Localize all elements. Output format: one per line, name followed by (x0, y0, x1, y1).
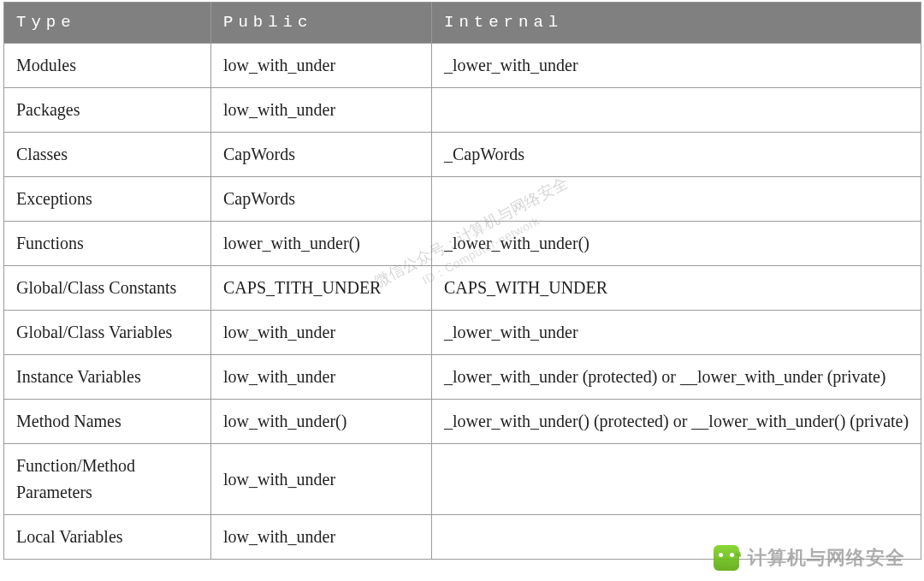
table-row: Classes CapWords _CapWords (4, 133, 921, 177)
cell-public: low_with_under (211, 355, 432, 400)
cell-public: CAPS_TITH_UNDER (211, 266, 432, 311)
cell-internal: _lower_with_under (432, 44, 921, 88)
cell-internal (432, 444, 921, 515)
cell-type: Global/Class Variables (4, 311, 211, 355)
cell-type: Local Variables (4, 515, 211, 560)
cell-internal: _lower_with_under (protected) or __lower… (432, 355, 921, 400)
cell-public: low_with_under() (211, 400, 432, 444)
col-header-public: Public (211, 3, 432, 44)
table-row: Exceptions CapWords (4, 177, 921, 222)
cell-public: low_with_under (211, 44, 432, 88)
table-header: Type Public Internal (4, 3, 921, 44)
cell-type: Exceptions (4, 177, 211, 222)
naming-conventions-table: Type Public Internal Modules low_with_un… (3, 2, 921, 560)
cell-type: Method Names (4, 400, 211, 444)
cell-type: Modules (4, 44, 211, 88)
col-header-internal: Internal (432, 3, 921, 44)
cell-internal (432, 88, 921, 133)
table-row: Global/Class Variables low_with_under _l… (4, 311, 921, 355)
cell-public: lower_with_under() (211, 222, 432, 266)
cell-type: Function/Method Parameters (4, 444, 211, 515)
cell-public: low_with_under (211, 311, 432, 355)
table-body: Modules low_with_under _lower_with_under… (4, 44, 921, 560)
cell-public: low_with_under (211, 88, 432, 133)
cell-internal: _CapWords (432, 133, 921, 177)
cell-internal (432, 177, 921, 222)
cell-public: low_with_under (211, 515, 432, 560)
table-row: Modules low_with_under _lower_with_under (4, 44, 921, 88)
table-row: Local Variables low_with_under (4, 515, 921, 560)
cell-internal: _lower_with_under() (432, 222, 921, 266)
cell-type: Global/Class Constants (4, 266, 211, 311)
table-row: Packages low_with_under (4, 88, 921, 133)
cell-type: Functions (4, 222, 211, 266)
cell-public: low_with_under (211, 444, 432, 515)
page: Type Public Internal Modules low_with_un… (0, 2, 924, 581)
table-row: Global/Class Constants CAPS_TITH_UNDER C… (4, 266, 921, 311)
table-row: Function/Method Parameters low_with_unde… (4, 444, 921, 515)
table-row: Method Names low_with_under() _lower_wit… (4, 400, 921, 444)
cell-public: CapWords (211, 177, 432, 222)
cell-public: CapWords (211, 133, 432, 177)
col-header-type: Type (4, 3, 211, 44)
table-row: Instance Variables low_with_under _lower… (4, 355, 921, 400)
cell-internal: _lower_with_under (432, 311, 921, 355)
cell-internal (432, 515, 921, 560)
cell-internal: _lower_with_under() (protected) or __low… (432, 400, 921, 444)
cell-type: Classes (4, 133, 211, 177)
cell-internal: CAPS_WITH_UNDER (432, 266, 921, 311)
table-row: Functions lower_with_under() _lower_with… (4, 222, 921, 266)
cell-type: Packages (4, 88, 211, 133)
cell-type: Instance Variables (4, 355, 211, 400)
